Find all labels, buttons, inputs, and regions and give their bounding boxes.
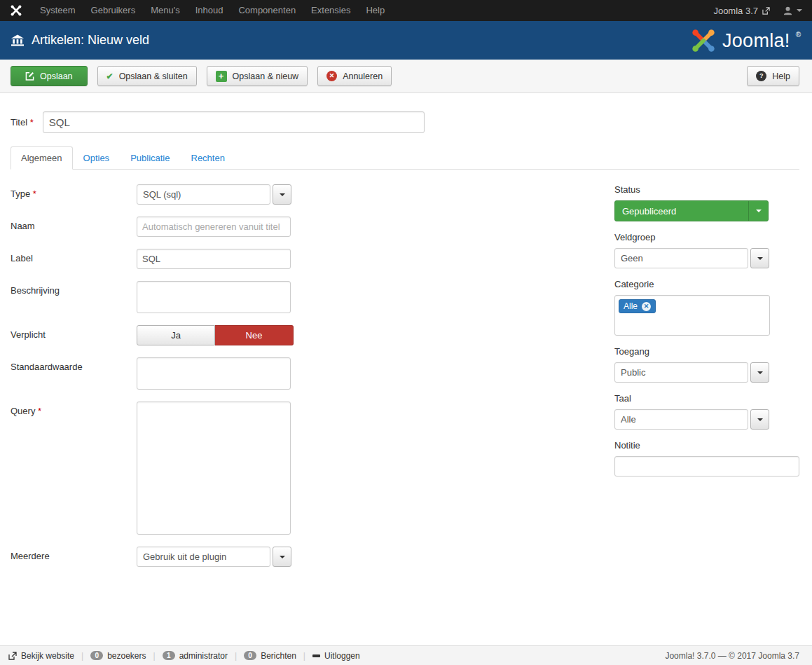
notitie-input[interactable]	[614, 456, 799, 477]
veldgroep-select: Geen	[614, 248, 799, 268]
field-meerdere: Meerdere Gebruik uit de plugin	[11, 547, 515, 567]
categorie-multiselect[interactable]: Alle ✕	[614, 295, 770, 336]
query-label: Query *	[11, 402, 137, 535]
logout-label: Uitloggen	[324, 651, 360, 661]
beschrijving-textarea[interactable]	[137, 281, 291, 313]
joomla-version-link[interactable]: Joomla 3.7	[713, 6, 770, 16]
status-select-toggle[interactable]	[748, 201, 768, 221]
toegang-select-value[interactable]: Public	[614, 362, 748, 383]
categorie-tag: Alle ✕	[619, 299, 656, 313]
menu-help[interactable]: Help	[358, 0, 392, 21]
type-select: SQL (sql)	[137, 184, 291, 205]
form-right-column: Status Gepubliceerd Veldgroep Geen	[614, 184, 799, 579]
tab-opties[interactable]: Opties	[73, 146, 121, 170]
required-mark: *	[33, 188, 36, 199]
menu-systeem[interactable]: Systeem	[32, 0, 83, 21]
messages-link[interactable]: 0 Berichten	[244, 651, 296, 661]
field-verplicht: Verplicht Ja Nee	[11, 325, 515, 345]
meerdere-select-value[interactable]: Gebruik uit de plugin	[137, 547, 270, 567]
save-button[interactable]: Opslaan	[11, 66, 88, 86]
user-menu-toggle[interactable]	[783, 6, 802, 16]
form-area: Type * SQL (sql) Naam Label Bes	[0, 170, 812, 579]
standaardwaarde-textarea[interactable]	[137, 357, 291, 390]
field-categorie: Categorie Alle ✕	[614, 279, 799, 336]
joomla-icon[interactable]	[0, 4, 32, 17]
help-button[interactable]: ? Help	[747, 66, 799, 86]
admin-menu: Systeem Gebruikers Menu's Inhoud Compone…	[0, 0, 392, 21]
separator: |	[153, 651, 156, 661]
menu-gebruikers[interactable]: Gebruikers	[83, 0, 144, 21]
required-mark: *	[38, 406, 41, 416]
cancel-button[interactable]: ✕ Annuleren	[317, 66, 392, 86]
meerdere-select-toggle[interactable]	[273, 547, 291, 567]
caret-down-icon	[756, 210, 762, 212]
page-title-text: Artikelen: Nieuw veld	[32, 33, 149, 48]
beschrijving-label: Beschrijving	[11, 281, 137, 313]
form-tabs: Algemeen Opties Publicatie Rechten	[11, 146, 799, 170]
admin-menubar: Systeem Gebruikers Menu's Inhoud Compone…	[0, 0, 812, 21]
veldgroep-select-value[interactable]: Geen	[614, 248, 748, 268]
save-close-button[interactable]: ✔ Opslaan & sluiten	[97, 66, 197, 86]
status-select[interactable]: Gepubliceerd	[614, 200, 769, 221]
menu-inhoud[interactable]: Inhoud	[188, 0, 231, 21]
administrators-link[interactable]: 1 administrator	[163, 651, 228, 661]
messages-badge: 0	[244, 651, 256, 660]
administrators-label: administrator	[179, 651, 228, 661]
external-link-icon	[762, 7, 770, 15]
logout-link[interactable]: Uitloggen	[312, 651, 360, 661]
caret-down-icon	[797, 9, 802, 12]
tab-rechten[interactable]: Rechten	[181, 146, 235, 170]
veldgroep-select-toggle[interactable]	[750, 248, 769, 268]
query-textarea[interactable]	[137, 402, 291, 535]
component-icon	[11, 34, 24, 46]
visitors-label: bezoekers	[107, 651, 146, 661]
caret-down-icon	[757, 371, 763, 374]
administrators-badge: 1	[163, 651, 175, 660]
save-new-button-label: Opslaan & nieuw	[233, 71, 299, 81]
verplicht-toggle-group: Ja Nee	[137, 325, 294, 345]
taal-select-toggle[interactable]	[750, 409, 769, 430]
page-header: Artikelen: Nieuw veld Joomla! ®	[0, 21, 812, 60]
meerdere-label: Meerdere	[11, 547, 137, 567]
external-link-icon	[8, 652, 17, 660]
status-select-value: Gepubliceerd	[615, 206, 676, 217]
categorie-tag-text: Alle	[624, 301, 638, 311]
save-new-button[interactable]: + Opslaan & nieuw	[207, 66, 308, 86]
joomla-mark-svg	[10, 4, 22, 17]
title-input[interactable]	[43, 111, 425, 133]
tab-algemeen[interactable]: Algemeen	[11, 146, 73, 170]
status-label: Status	[614, 184, 799, 195]
tab-publicatie[interactable]: Publicatie	[120, 146, 180, 170]
naam-input[interactable]	[137, 217, 291, 237]
separator: |	[303, 651, 305, 661]
logout-icon	[312, 654, 320, 657]
type-select-toggle[interactable]	[273, 184, 291, 205]
field-status: Status Gepubliceerd	[614, 184, 799, 221]
verplicht-ja-button[interactable]: Ja	[137, 325, 215, 345]
menu-componenten[interactable]: Componenten	[230, 0, 303, 21]
joomla-logo: Joomla! ®	[690, 27, 801, 54]
toegang-select-toggle[interactable]	[750, 362, 769, 383]
type-select-value[interactable]: SQL (sql)	[137, 184, 270, 205]
visitors-link[interactable]: 0 bezoekers	[90, 651, 146, 661]
standaardwaarde-label: Standaardwaarde	[11, 357, 137, 390]
field-label: Label	[11, 249, 515, 269]
topbar-right: Joomla 3.7	[713, 0, 812, 21]
taal-select-value[interactable]: Alle	[614, 409, 748, 430]
menu-extensies[interactable]: Extensies	[303, 0, 358, 21]
field-standaardwaarde: Standaardwaarde	[11, 357, 515, 390]
required-mark: *	[30, 117, 34, 128]
save-button-label: Opslaan	[40, 71, 73, 81]
label-input[interactable]	[137, 249, 291, 269]
form-left-column: Type * SQL (sql) Naam Label Bes	[11, 184, 515, 579]
query-label-text: Query	[11, 406, 35, 416]
visitors-badge: 0	[90, 651, 103, 660]
title-label-text: Titel	[11, 117, 27, 128]
remove-tag-icon[interactable]: ✕	[642, 302, 651, 311]
menu-menus[interactable]: Menu's	[143, 0, 188, 21]
verplicht-label: Verplicht	[11, 325, 137, 345]
field-toegang: Toegang Public	[614, 346, 799, 383]
view-site-link[interactable]: Bekijk website	[8, 651, 74, 661]
cancel-icon: ✕	[326, 71, 337, 81]
verplicht-nee-button[interactable]: Nee	[215, 325, 294, 345]
